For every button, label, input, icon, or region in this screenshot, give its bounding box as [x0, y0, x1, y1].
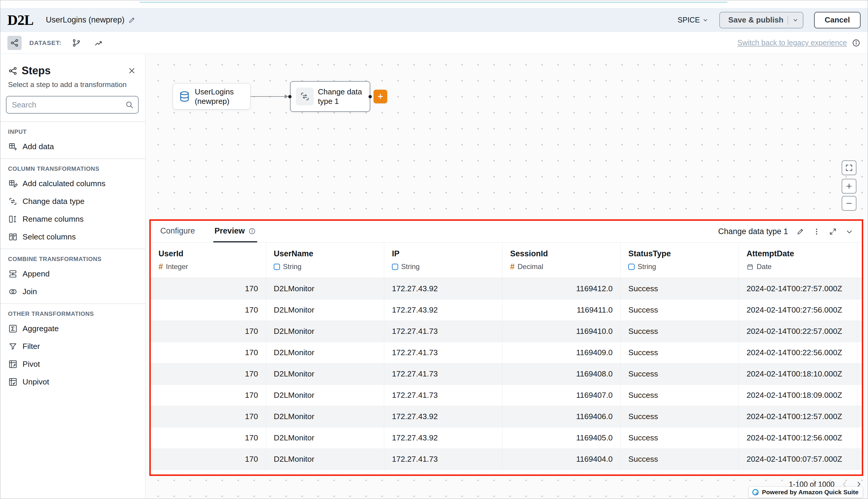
search-input[interactable] [6, 96, 139, 114]
section-label-column-transformations: COLUMN TRANSFORMATIONS [0, 159, 145, 175]
table-cell: 1169404.0 [502, 449, 621, 470]
input-connector-dot[interactable] [288, 95, 292, 98]
steps-section: COMBINE TRANSFORMATIONSAppendJoin [0, 248, 145, 303]
tab-label: Configure [160, 227, 195, 235]
info-icon[interactable] [248, 227, 256, 235]
expand-panel-icon[interactable] [829, 228, 837, 235]
column-header-statustype[interactable]: StatusTypeString [621, 243, 739, 278]
append-icon [8, 269, 17, 279]
column-header-ip[interactable]: IPString [384, 243, 502, 278]
table-cell: 172.27.41.73 [384, 363, 502, 385]
step-item-label: Filter [23, 342, 40, 351]
table-cell: 172.27.43.92 [384, 278, 502, 300]
table-cell: 2024-02-14T00:27:56.000Z [739, 300, 857, 321]
table-cell: 1169409.0 [502, 342, 621, 363]
preview-panel-header: Configure Preview Change data type 1 [151, 221, 862, 243]
flow-view-button[interactable] [8, 36, 22, 50]
select-columns-icon [8, 232, 17, 242]
add-step-tile[interactable] [373, 90, 387, 103]
step-item-label: Unpivot [23, 377, 49, 387]
step-item-change-data-type[interactable]: Change data type [0, 192, 145, 210]
step-item-label: Select columns [23, 232, 76, 242]
output-connector-dot[interactable] [369, 95, 372, 98]
column-header-sessionid[interactable]: SessionId#Decimal [502, 243, 621, 278]
edit-step-name-icon[interactable] [796, 228, 804, 235]
table-cell: 2024-02-14T00:18:10.000Z [739, 363, 857, 385]
close-icon[interactable] [127, 66, 136, 75]
tab-label: Preview [214, 227, 245, 235]
trend-view-button[interactable] [91, 36, 106, 50]
step-item-pivot[interactable]: Pivot [0, 355, 145, 373]
steps-panel-header: Steps [0, 54, 145, 77]
plus-icon [376, 92, 384, 101]
table-cell: 170 [151, 321, 266, 342]
kebab-menu-icon[interactable] [812, 228, 821, 235]
column-type: #Integer [158, 263, 258, 271]
column-header-userid[interactable]: UserId#Integer [151, 243, 266, 278]
step-item-append[interactable]: Append [0, 265, 145, 283]
table-cell: D2LMonitor [266, 406, 384, 427]
flow-edge-arrowhead [285, 94, 288, 99]
spice-dropdown[interactable]: SPICE [678, 16, 709, 24]
calendar-icon [747, 263, 754, 270]
column-header-attemptdate[interactable]: AttemptDateDate [739, 243, 857, 278]
legacy-experience-link[interactable]: Switch back to legacy experience [737, 38, 847, 47]
section-label-input: INPUT [0, 122, 145, 138]
table-cell: 172.27.41.73 [384, 321, 502, 342]
zoom-in-button[interactable] [842, 179, 856, 194]
source-node[interactable]: UserLogins (newprep) [173, 83, 251, 110]
table-cell: Success [621, 406, 739, 427]
table-cell-sliver [857, 278, 862, 300]
table-cell: 172.27.43.92 [384, 427, 502, 449]
table-cell: 172.27.43.92 [384, 406, 502, 427]
zoom-out-button[interactable] [842, 196, 856, 211]
button-divider [788, 16, 788, 25]
step-item-add-data[interactable]: Add data [0, 138, 145, 155]
column-type: Date [747, 263, 849, 271]
step-item-unpivot[interactable]: Unpivot [0, 373, 145, 391]
tab-preview[interactable]: Preview [213, 221, 257, 242]
step-item-add-calculated-columns[interactable]: Add calculated columns [0, 175, 145, 192]
column-header-sliver [857, 243, 862, 278]
step-item-join[interactable]: Join [0, 283, 145, 301]
table-cell: 2024-02-14T00:07:57.000Z [739, 449, 857, 470]
save-publish-button[interactable]: Save & publish [719, 12, 803, 28]
table-cell: 170 [151, 342, 266, 363]
join-icon [8, 287, 17, 296]
cancel-button[interactable]: Cancel [814, 12, 860, 28]
table-cell: 170 [151, 363, 266, 385]
step-item-select-columns[interactable]: Select columns [0, 228, 145, 246]
column-name: UserName [274, 249, 376, 258]
column-type-label: String [401, 263, 420, 271]
app-header: D2L UserLogins (newprep) SPICE Save & pu… [0, 8, 868, 32]
flow-edge [251, 96, 286, 97]
dataset-label: DATASET: [29, 39, 62, 47]
column-name: IP [392, 249, 495, 258]
table-cell: Success [621, 342, 739, 363]
table-cell: D2LMonitor [266, 385, 384, 406]
table-cell: D2LMonitor [266, 321, 384, 342]
info-icon[interactable] [852, 38, 860, 47]
steps-sections: INPUTAdd dataCOLUMN TRANSFORMATIONSAdd c… [0, 121, 145, 394]
zoom-controls [842, 160, 856, 211]
step-item-filter[interactable]: Filter [0, 337, 145, 355]
step-item-rename-columns[interactable]: Rename columns [0, 210, 145, 228]
fit-view-button[interactable] [842, 160, 856, 175]
tab-configure[interactable]: Configure [159, 221, 196, 242]
step-item-aggregate[interactable]: Aggregate [0, 320, 145, 337]
steps-panel-subtitle: Select a step to add a transformation [0, 77, 145, 89]
step-item-label: Rename columns [23, 215, 84, 224]
branch-view-button[interactable] [69, 36, 84, 50]
transform-node[interactable]: Change data type 1 [290, 81, 370, 112]
steps-section: INPUTAdd data [0, 121, 145, 158]
collapse-panel-chevron-icon[interactable] [845, 228, 854, 236]
calculated-columns-icon [8, 179, 17, 188]
table-cell: D2LMonitor [266, 278, 384, 300]
step-name: Change data type 1 [718, 227, 788, 236]
table-cell: 2024-02-14T00:22:56.000Z [739, 342, 857, 363]
edit-title-icon[interactable] [128, 16, 136, 24]
search-icon[interactable] [125, 100, 134, 109]
column-header-username[interactable]: UserNameString [266, 243, 384, 278]
table-cell: 170 [151, 385, 266, 406]
search-box [6, 96, 139, 114]
